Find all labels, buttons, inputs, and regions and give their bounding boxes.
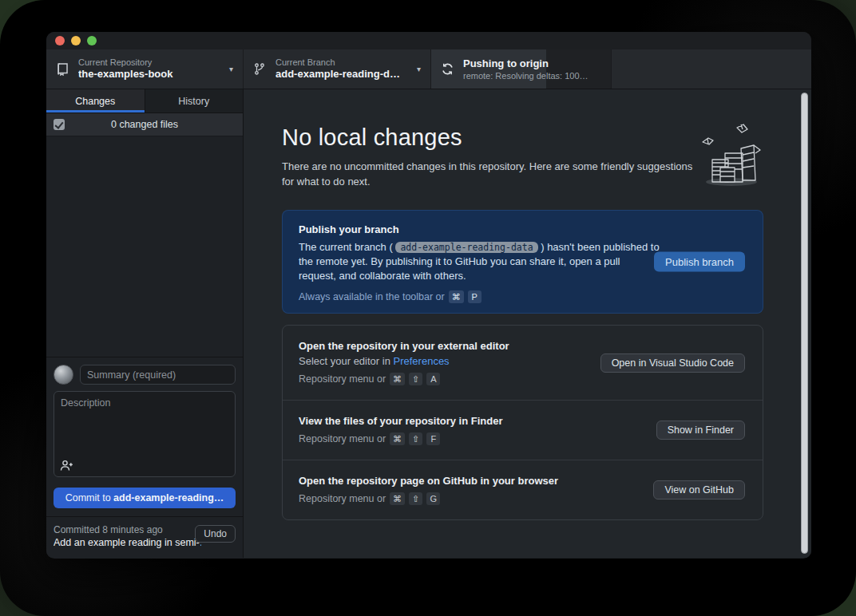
view-on-github-button[interactable]: View on GitHub [653, 480, 745, 500]
push-title: Pushing to origin [463, 57, 601, 70]
publish-hint: Always available in the toolbar or ⌘ P [299, 290, 747, 303]
repo-label: Current Repository [78, 57, 224, 68]
no-changes-illustration [693, 121, 765, 188]
current-repository-dropdown[interactable]: Current Repository the-examples-book ▾ [46, 49, 244, 89]
push-to-origin-button[interactable]: Pushing to origin remote: Resolving delt… [431, 49, 612, 89]
undo-button[interactable]: Undo [195, 525, 236, 543]
description-input[interactable] [54, 391, 236, 477]
publish-branch-button[interactable]: Publish branch [654, 252, 745, 272]
avatar [54, 365, 73, 385]
cmd-key: ⌘ [390, 373, 405, 385]
hint-text: Repository menu or [299, 493, 386, 504]
app-window: Current Repository the-examples-book ▾ C… [46, 32, 811, 559]
current-branch-dropdown[interactable]: Current Branch add-example-reading-d… ▾ [244, 49, 431, 89]
suggestion-external-editor: Open the repository in your external edi… [283, 326, 763, 400]
titlebar [46, 32, 811, 49]
changed-files-count: 0 changed files [46, 119, 243, 130]
branch-name: add-example-reading-d… [275, 68, 412, 81]
cmd-key: ⌘ [449, 290, 464, 303]
git-branch-icon [253, 62, 268, 76]
publish-title: Publish your branch [299, 223, 747, 235]
suggestion-hint: Repository menu or ⌘ ⇧ A [299, 373, 747, 385]
suggestion-github: Open the repository page on GitHub in yo… [283, 460, 763, 519]
tab-history[interactable]: History [145, 89, 244, 113]
preferences-link[interactable]: Preferences [394, 355, 450, 367]
push-labels: Pushing to origin remote: Resolving delt… [463, 57, 601, 81]
commit-form: Commit to add-example-reading… [46, 357, 243, 516]
cmd-key: ⌘ [390, 432, 405, 445]
publish-branch-panel: Publish your branch The current branch (… [282, 210, 763, 314]
publish-body-pre: The current branch ( [299, 241, 393, 253]
push-status: remote: Resolving deltas: 100… [463, 70, 601, 81]
commit-button-prefix: Commit to [65, 492, 113, 503]
repo-name: the-examples-book [78, 68, 224, 81]
close-window-button[interactable] [55, 36, 65, 45]
toolbar: Current Repository the-examples-book ▾ C… [46, 49, 811, 89]
p-key: P [468, 290, 482, 303]
page-subtitle: There are no uncommitted changes in this… [282, 159, 694, 189]
publish-hint-text: Always available in the toolbar or [299, 291, 445, 302]
chevron-down-icon: ▾ [417, 65, 421, 73]
add-coauthor-icon[interactable] [60, 460, 73, 472]
sync-icon [441, 62, 455, 76]
shift-key: ⇧ [409, 373, 422, 385]
branch-code-pill: add-example-reading-data [395, 242, 537, 253]
summary-input[interactable] [80, 365, 236, 385]
traffic-lights [55, 36, 97, 45]
commit-button[interactable]: Commit to add-example-reading… [54, 488, 236, 508]
sidebar-tabs: Changes History [46, 89, 243, 113]
changed-files-row: 0 changed files [46, 113, 243, 136]
changes-list-empty [46, 136, 243, 357]
sidebar: Changes History 0 changed files [46, 89, 244, 558]
show-in-finder-button[interactable]: Show in Finder [656, 421, 745, 440]
repo-book-icon [56, 62, 70, 76]
shift-key: ⇧ [409, 492, 422, 505]
open-in-editor-button[interactable]: Open in Visual Studio Code [600, 353, 745, 373]
main-panel: No local changes There are no uncommitte… [244, 89, 811, 558]
zoom-window-button[interactable] [87, 36, 97, 45]
branch-labels: Current Branch add-example-reading-d… [275, 57, 412, 81]
minimize-window-button[interactable] [71, 36, 81, 45]
branch-label: Current Branch [275, 57, 412, 68]
commit-button-branch: add-example-reading… [113, 492, 224, 503]
hint-text: Repository menu or [299, 373, 386, 385]
suggestions-list: Open the repository in your external edi… [282, 325, 763, 520]
a-key: A [426, 373, 440, 385]
f-key: F [426, 432, 440, 445]
hint-text: Repository menu or [299, 433, 386, 444]
last-commit-bar: Committed 8 minutes ago Add an example r… [46, 516, 243, 558]
vertical-scrollbar[interactable] [801, 93, 808, 554]
suggestion-title: Open the repository in your external edi… [299, 340, 747, 352]
chevron-down-icon: ▾ [229, 65, 233, 73]
last-commit-message: Add an example reading in semi-… [54, 536, 201, 550]
g-key: G [426, 492, 440, 505]
suggestion-finder: View the files of your repository in Fin… [283, 400, 763, 460]
repo-labels: Current Repository the-examples-book [78, 57, 224, 81]
publish-body: The current branch ( add-example-reading… [299, 240, 660, 283]
tab-changes[interactable]: Changes [46, 89, 145, 113]
editor-line-text: Select your editor in [299, 355, 394, 367]
cmd-key: ⌘ [390, 492, 405, 505]
shift-key: ⇧ [409, 432, 422, 445]
page-title: No local changes [282, 124, 763, 151]
